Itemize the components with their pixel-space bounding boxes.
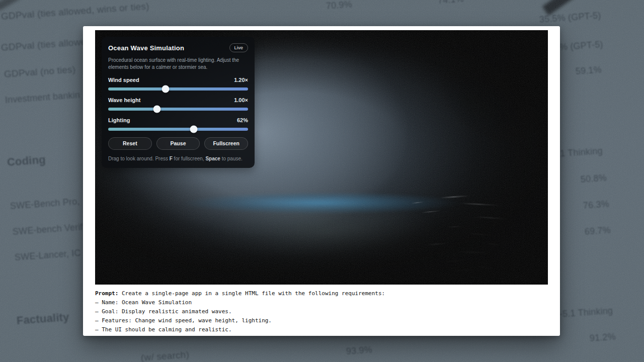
bg-label-pct-76-3: 76.3% — [583, 199, 609, 211]
bg-label-investment: Investment bankin — [5, 90, 80, 106]
prompt-label: Prompt: — [95, 290, 118, 297]
demo-card: Ocean Wave Simulation Live Procedural oc… — [83, 26, 560, 336]
bg-label-pct-50-8: 50.8% — [580, 172, 607, 185]
prompt-text: Prompt: Create a single-page app in a si… — [95, 289, 548, 334]
control-panel: Ocean Wave Simulation Live Procedural oc… — [102, 37, 255, 168]
wind-speed-slider-thumb[interactable] — [162, 85, 169, 93]
bg-label-gdpval-ties-wins: GDPval (ties allowed, wins or ties) — [1, 1, 149, 22]
wave-height-value: 1.00× — [234, 97, 248, 103]
bg-label-factuality: Factuality — [16, 311, 69, 327]
fullscreen-button[interactable]: Fullscreen — [204, 137, 248, 150]
wave-height-slider-track[interactable] — [108, 108, 248, 111]
lighting-slider-track[interactable] — [108, 128, 248, 131]
lighting-label: Lighting — [108, 117, 130, 123]
panel-title: Ocean Wave Simulation — [108, 44, 184, 52]
live-badge: Live — [229, 43, 248, 52]
slider-wind-speed: Wind speed 1.20× — [108, 77, 248, 90]
bg-label-pct-gpt5: % (GPT-5) — [559, 39, 603, 53]
bg-label-swe-lancer: SWE-Lancer, IC S — [14, 247, 90, 263]
ocean-viewport[interactable]: Ocean Wave Simulation Live Procedural oc… — [95, 30, 548, 285]
bg-label-pct-69-7: 69.7% — [584, 225, 611, 237]
lighting-slider-thumb[interactable] — [190, 125, 197, 133]
wind-speed-value: 1.20× — [234, 77, 248, 83]
pause-button[interactable]: Pause — [156, 137, 200, 150]
prompt-requirement: – Goal: Display realistic animated waves… — [95, 307, 548, 316]
bg-label-w-search: (w/ search) — [140, 349, 189, 362]
bg-label-pct-70-9: 70.9% — [326, 0, 352, 12]
bg-label-gdpval-ties: GDPval (ties allowe — [1, 36, 87, 53]
bg-label-swe-bench-pro: SWE-Bench Pro, — [10, 196, 80, 212]
wave-height-label: Wave height — [108, 97, 140, 103]
wave-height-slider-thumb[interactable] — [153, 105, 161, 113]
bg-label-pct-59-1: 59.1% — [575, 64, 602, 77]
lighting-value: 62% — [237, 117, 248, 123]
prompt-intro-line: Prompt: Create a single-page app in a si… — [95, 289, 548, 298]
bg-label-thinking-1: .1 Thinking — [557, 146, 603, 159]
panel-hint: Drag to look around. Press F for fullscr… — [108, 156, 248, 161]
bg-label-thinking-5-1: -5.1 Thinking — [559, 306, 613, 320]
bg-label-swe-verified: SWE-bench Verif — [12, 222, 83, 237]
prompt-requirement: – Features: Change wind speed, wave heig… — [95, 316, 548, 325]
slider-lighting: Lighting 62% — [108, 117, 248, 131]
slider-wave-height: Wave height 1.00× — [108, 97, 248, 111]
bg-label-pct-91-2: 91.2% — [589, 331, 616, 344]
wind-speed-slider-track[interactable] — [108, 87, 248, 90]
bg-label-gdpval-no-ties: GDPval (no ties) — [4, 64, 76, 80]
panel-description: Procedural ocean surface with real-time … — [108, 57, 244, 71]
prompt-requirement: – The UI should be calming and realistic… — [95, 325, 548, 334]
bg-label-coding: Coding — [7, 153, 46, 169]
prompt-requirement: – Name: Ocean Wave Simulation — [95, 298, 548, 307]
bg-label-pct-74-1: 74.1% — [437, 0, 464, 6]
wind-speed-label: Wind speed — [108, 77, 139, 83]
bg-label-pct-93-9: 93.9% — [346, 344, 372, 357]
reset-button[interactable]: Reset — [108, 137, 152, 150]
